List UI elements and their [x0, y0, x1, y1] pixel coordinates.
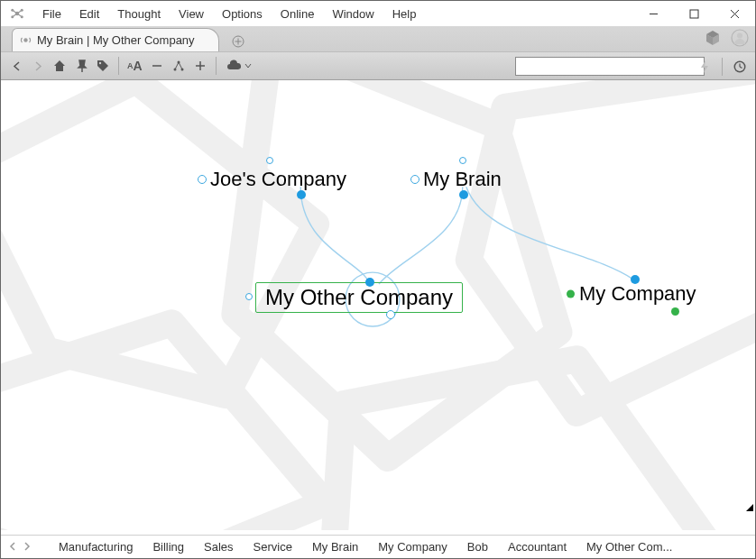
plex-canvas[interactable]: Joe's Company My Brain My Other Company … [1, 80, 755, 535]
menu-file[interactable]: File [33, 5, 70, 23]
toolbar-separator-2 [216, 57, 217, 75]
menu-online[interactable]: Online [272, 5, 324, 23]
new-tab-button[interactable] [228, 32, 248, 51]
layout-button[interactable] [169, 55, 189, 77]
toolbar-separator [118, 57, 119, 75]
node-gate-mybrain[interactable] [459, 157, 466, 164]
home-button[interactable] [50, 55, 69, 77]
crumb[interactable]: Accountant [508, 540, 567, 554]
crumb[interactable]: Bob [467, 540, 488, 554]
user-icon[interactable] [730, 28, 750, 48]
toolbar-separator-3 [722, 58, 723, 76]
connector-dot [631, 275, 640, 284]
nav-forward-button[interactable] [28, 55, 48, 77]
thought-my-brain[interactable]: My Brain [423, 168, 502, 191]
collapse-button[interactable] [147, 55, 167, 77]
menu-help[interactable]: Help [383, 5, 426, 23]
thought-my-other-company-active[interactable]: My Other Company [255, 282, 463, 313]
nav-back-button[interactable] [6, 55, 26, 77]
cloud-button[interactable] [222, 55, 254, 77]
menu-bar: File Edit Thought View Options Online Wi… [1, 1, 755, 26]
window-maximize-button[interactable] [674, 1, 715, 26]
connector-dot [459, 190, 468, 199]
toolbar: AA [1, 51, 755, 80]
resize-handle-icon[interactable] [746, 504, 753, 511]
node-gate-joes[interactable] [266, 157, 273, 164]
text-size-button[interactable]: AA [124, 55, 145, 77]
menu-view[interactable]: View [170, 5, 213, 23]
svg-point-9 [24, 39, 27, 41]
child-indicator [671, 307, 679, 316]
pin-button[interactable] [71, 55, 91, 77]
menu-options[interactable]: Options [213, 5, 272, 23]
tab-title: My Brain | My Other Company [37, 33, 195, 47]
thought-my-company[interactable]: My Company [579, 282, 696, 306]
node-gate-bottom[interactable] [386, 310, 395, 319]
tab-active[interactable]: My Brain | My Other Company [12, 28, 219, 51]
connector-dot-top [365, 278, 374, 287]
clock-button[interactable] [730, 56, 750, 78]
crumb[interactable]: Manufacturing [59, 540, 133, 554]
crumb[interactable]: My Company [378, 540, 447, 554]
menu-window[interactable]: Window [323, 5, 383, 23]
search-input[interactable] [516, 59, 704, 76]
app-icon [8, 5, 26, 23]
sync-icon [20, 34, 32, 46]
thought-joes-company[interactable]: Joe's Company [210, 168, 346, 191]
crumb[interactable]: Billing [152, 540, 184, 554]
connector-dot [297, 190, 306, 199]
instant-button[interactable] [695, 56, 715, 78]
svg-point-14 [737, 33, 742, 39]
breadcrumb: Manufacturing Billing Sales Service My B… [59, 540, 748, 554]
window-minimize-button[interactable] [633, 1, 674, 26]
window-close-button[interactable] [715, 1, 755, 26]
menu-thought[interactable]: Thought [108, 5, 170, 23]
tab-bar: My Brain | My Other Company [1, 26, 755, 51]
crumb[interactable]: Service [254, 540, 292, 554]
history-back-button[interactable] [8, 541, 17, 554]
history-forward-button[interactable] [23, 541, 32, 554]
search-box[interactable] [515, 57, 705, 76]
crumb[interactable]: My Brain [312, 540, 358, 554]
crumb[interactable]: Sales [204, 540, 234, 554]
box-icon[interactable] [703, 28, 723, 48]
svg-point-15 [99, 62, 101, 64]
add-button[interactable] [190, 55, 210, 77]
history-bar: Manufacturing Billing Sales Service My B… [1, 535, 755, 558]
tag-button[interactable] [93, 55, 113, 77]
menu-edit[interactable]: Edit [70, 5, 108, 23]
svg-rect-6 [690, 10, 698, 18]
crumb[interactable]: My Other Com... [586, 540, 672, 554]
node-gate-left[interactable] [245, 293, 253, 300]
